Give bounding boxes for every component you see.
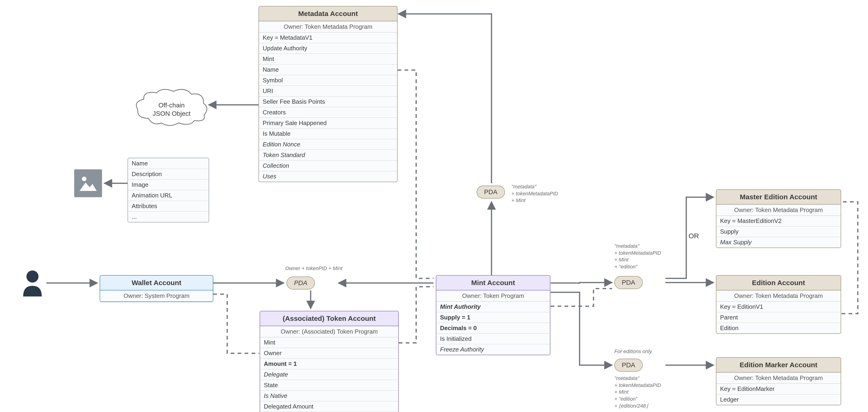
mint-owner: Owner: Token Program [436, 290, 550, 301]
metadata-field: Update Authority [259, 43, 397, 54]
metadata-field: Is Mutable [259, 128, 397, 139]
pda-marker-text: PDA [622, 361, 635, 369]
master-field: Key = MasterEditionV2 [716, 216, 841, 227]
metadata-field: Primary Sale Happened [259, 118, 397, 128]
offchain-field: Image [128, 180, 209, 190]
svg-point-9 [26, 270, 38, 283]
ata-owner: Owner: (Associated) Token Program [260, 326, 398, 337]
ata-field: Mint [260, 337, 398, 348]
wallet-title: Wallet Account [100, 275, 213, 290]
offchain-title-l1: Off-chain [134, 101, 209, 110]
mint-field: Supply = 1 [436, 312, 550, 323]
metadata-field: Creators [259, 107, 397, 118]
user-icon [21, 269, 44, 299]
wallet-owner: Owner: System Program [100, 290, 213, 301]
edition-field: Edition [716, 323, 841, 333]
metadata-account-box: Metadata Account Owner: Token Metadata P… [258, 6, 398, 182]
wallet-account-box: Wallet Account Owner: System Program [100, 275, 213, 302]
pda-marker-seeds: "metadata" + tokenMetadataPID + Mint + "… [614, 375, 661, 409]
marker-title: Edition Marker Account [716, 358, 841, 373]
pda-marker-pill: PDA [614, 359, 643, 372]
offchain-field: Name [128, 158, 209, 169]
mint-field: Is Initialized [436, 333, 550, 344]
ata-field: Is Native [260, 391, 398, 401]
master-edition-box: Master Edition Account Owner: Token Meta… [716, 189, 841, 248]
metadata-field: Mint [259, 54, 397, 64]
metadata-owner: Owner: Token Metadata Program [259, 21, 397, 32]
svg-point-10 [82, 177, 87, 181]
offchain-cloud: Off-chain JSON Object [134, 88, 209, 127]
pda-center-pill: PDA [286, 276, 315, 290]
metadata-field: Token Standard [259, 150, 397, 160]
pda-edition-seeds: "metadata" + tokenMetadataPID + Mint + "… [614, 243, 661, 270]
metadata-field: Key = MetadataV1 [259, 32, 397, 43]
pda-edition-pill: PDA [614, 276, 643, 289]
pda-center-text: PDA [294, 279, 307, 287]
edition-marker-box: Edition Marker Account Owner: Token Meta… [716, 357, 841, 405]
pda-edition-text: PDA [622, 279, 635, 286]
mint-field: Mint Authority [436, 301, 550, 312]
pda-owner-label: Owner + tokenPID + Mint [285, 265, 342, 272]
offchain-title-l2: JSON Object [134, 110, 209, 118]
metadata-field: Symbol [259, 75, 397, 86]
master-field: Supply [716, 227, 841, 237]
ata-title: (Associated) Token Account [260, 311, 398, 326]
master-owner: Owner: Token Metadata Program [716, 205, 841, 216]
ata-field: Owner [260, 348, 398, 359]
master-field: Max Supply [716, 237, 841, 247]
metadata-field: Edition Nonce [259, 139, 397, 150]
offchain-field: Description [128, 169, 209, 180]
pda-marker-caption: For editions only. [614, 348, 653, 355]
edition-owner: Owner: Token Metadata Program [716, 290, 841, 301]
mint-field: Decimals = 0 [436, 323, 550, 333]
ata-box: (Associated) Token Account Owner: (Assoc… [260, 311, 399, 412]
offchain-field: ... [128, 212, 209, 222]
ata-field: Amount = 1 [260, 359, 398, 369]
edition-account-box: Edition Account Owner: Token Metadata Pr… [716, 275, 841, 334]
or-label: OR [688, 232, 699, 240]
edition-field: Parent [716, 312, 841, 323]
offchain-field: Attributes [128, 201, 209, 212]
ata-field: State [260, 380, 398, 391]
image-icon [74, 169, 102, 197]
metadata-field: URI [259, 86, 397, 96]
ata-field: Delegate [260, 369, 398, 380]
mint-field: Freeze Authority [436, 344, 550, 355]
pda-metadata-seeds: "metadata" + tokenMetadataPID + Mint [512, 183, 558, 204]
marker-field: Key = EditionMarker [716, 384, 841, 394]
metadata-field: Seller Fee Basis Points [259, 96, 397, 107]
metadata-field: Collection [259, 160, 397, 171]
marker-owner: Owner: Token Metadata Program [716, 373, 841, 384]
ata-field: Delegated Amount [260, 401, 398, 412]
offchain-field: Animation URL [128, 190, 209, 201]
metadata-title: Metadata Account [259, 6, 397, 21]
edition-title: Edition Account [716, 275, 841, 290]
metadata-field: Name [259, 64, 397, 75]
offchain-fields-box: NameDescriptionImageAnimation URLAttribu… [127, 158, 209, 223]
marker-field: Ledger [716, 394, 841, 405]
mint-account-box: Mint Account Owner: Token Program Mint A… [436, 275, 550, 355]
edition-field: Key = EditionV1 [716, 301, 841, 312]
metadata-field: Uses [259, 171, 397, 182]
pda-metadata-pill: PDA [477, 185, 505, 199]
master-title: Master Edition Account [716, 190, 841, 205]
mint-title: Mint Account [436, 275, 550, 290]
pda-metadata-text: PDA [484, 188, 498, 196]
